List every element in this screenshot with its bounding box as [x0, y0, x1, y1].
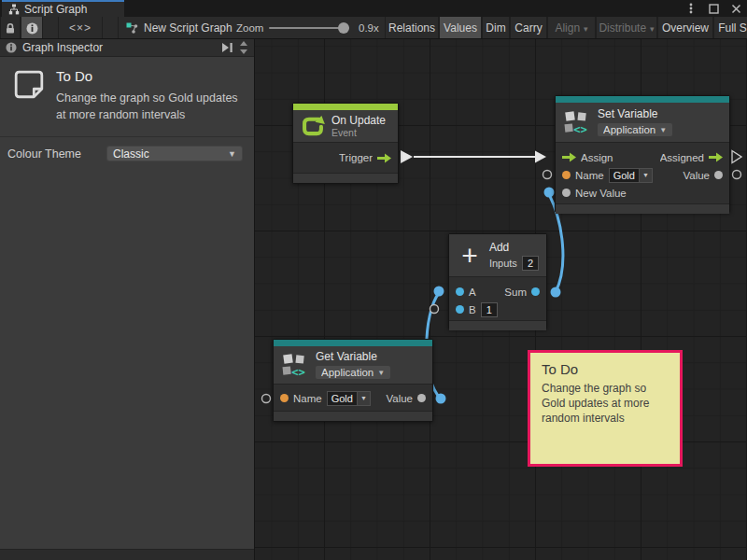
lock-icon[interactable] — [0, 17, 21, 39]
close-icon[interactable] — [730, 2, 741, 15]
sum-port-dot[interactable] — [531, 287, 540, 296]
window-menu-icon[interactable] — [685, 2, 697, 15]
titlebar: Script Graph — [0, 0, 747, 17]
variables-icon: <> — [281, 351, 309, 379]
variable-name-value: Gold — [609, 168, 640, 183]
variable-scope-dropdown[interactable]: Application ▼ — [598, 123, 672, 136]
node-title: Get Variable — [316, 350, 390, 363]
zoom-label: Zoom — [236, 17, 263, 39]
name-port-label: Name — [293, 393, 322, 404]
scroll-spinner-icon[interactable] — [239, 40, 248, 55]
trigger-output-marker — [401, 150, 413, 163]
set-newvalue-port-dot — [544, 188, 555, 198]
scope-label: Application — [321, 367, 374, 378]
new-script-graph-label: New Script Graph — [144, 21, 233, 35]
flow-arrow-icon — [562, 152, 576, 162]
carry-button[interactable]: Carry — [510, 17, 547, 39]
script-graph-window: Script Graph <×> — [0, 0, 747, 560]
scope-label: Application — [603, 124, 655, 135]
graph-inspector-panel: Graph Inspector To Do Change the graph s… — [0, 39, 255, 560]
node-colorbar — [293, 104, 398, 110]
sticky-note[interactable]: To Do Change the graph so Gold updates a… — [528, 350, 683, 467]
flow-arrow-icon — [377, 153, 391, 163]
variables-icon: <> — [563, 108, 591, 136]
sticky-note-body: Change the graph so Gold updates at more… — [542, 381, 654, 427]
graph-inspector-header[interactable]: Graph Inspector — [0, 39, 254, 57]
values-button[interactable]: Values — [439, 17, 482, 39]
dock-icon[interactable] — [221, 42, 233, 53]
node-set-variable[interactable]: <> Set Variable Application ▼ Assign Ass… — [555, 95, 730, 213]
zoom-slider[interactable] — [269, 27, 349, 29]
assigned-port-label: Assigned — [660, 152, 704, 163]
on-update-icon — [301, 114, 325, 138]
set-name-port-circle — [543, 171, 552, 179]
node-subtitle: Event — [331, 127, 386, 138]
inspector-todo-title: To Do — [56, 68, 243, 84]
variable-name-field[interactable]: Gold ▼ — [609, 168, 653, 183]
chevron-down-icon: ▼ — [358, 391, 371, 406]
relations-button[interactable]: Relations — [385, 17, 439, 39]
set-assigned-port-triangle — [732, 151, 741, 163]
graph-inspector-title: Graph Inspector — [22, 41, 103, 54]
graph-canvas[interactable]: On Update Event Trigger — [255, 39, 747, 560]
node-colorbar — [556, 96, 729, 103]
sum-port-label: Sum — [504, 287, 527, 298]
colour-theme-label: Colour Theme — [7, 147, 81, 161]
node-footer — [449, 320, 546, 330]
b-value-field[interactable]: 1 — [481, 302, 498, 317]
add-b-port-circle — [430, 305, 439, 314]
variable-scope-dropdown[interactable]: Application ▼ — [316, 366, 390, 379]
trigger-port-label: Trigger — [339, 152, 373, 163]
a-port-label: A — [469, 287, 476, 298]
node-footer — [274, 411, 432, 421]
new-value-port-label: New Value — [575, 188, 627, 199]
node-title: Add — [489, 241, 539, 254]
add-sum-port-dot — [551, 287, 561, 298]
control-wire-arrowhead — [535, 151, 546, 163]
variable-name-field[interactable]: Gold ▼ — [327, 391, 371, 406]
maximize-icon[interactable] — [708, 2, 719, 15]
colour-theme-select[interactable]: Classic ▼ — [106, 146, 243, 161]
tab-label: Script Graph — [24, 3, 87, 16]
colour-theme-value: Classic — [113, 147, 149, 161]
graph-inspector-toggle-button[interactable] — [21, 17, 43, 39]
inputs-label: Inputs — [489, 258, 517, 269]
graph-tree-icon — [8, 4, 20, 15]
value-port-dot[interactable] — [417, 394, 426, 402]
chevron-down-icon: ▼ — [659, 126, 667, 134]
zoom-slider-handle[interactable] — [338, 22, 349, 34]
b-port-dot[interactable] — [456, 305, 464, 314]
name-port-dot[interactable] — [280, 394, 289, 402]
add-a-port-dot — [434, 287, 444, 297]
node-colorbar — [274, 340, 432, 346]
info-icon — [26, 22, 38, 35]
tab-script-graph[interactable]: Script Graph — [2, 0, 124, 17]
inputs-count-field[interactable]: 2 — [522, 256, 539, 271]
b-port-label: B — [469, 304, 476, 315]
add-icon: + — [457, 244, 483, 268]
new-value-port-dot[interactable] — [562, 189, 571, 197]
value-port-dot[interactable] — [714, 171, 723, 179]
set-value-port-circle — [733, 171, 741, 179]
a-port-dot[interactable] — [456, 287, 464, 296]
overview-button[interactable]: Overview — [657, 17, 713, 39]
new-script-graph-button[interactable]: New Script Graph — [118, 17, 240, 39]
colour-theme-row: Colour Theme Classic ▼ — [0, 137, 254, 170]
node-footer — [556, 203, 729, 214]
node-add[interactable]: + Add Inputs 2 A Sum — [448, 233, 547, 329]
name-port-dot[interactable] — [562, 171, 571, 179]
value-port-label: Value — [683, 170, 710, 181]
code-view-button[interactable]: <×> — [58, 17, 103, 39]
distribute-button[interactable]: Distribute — [596, 17, 657, 39]
zoom-value: 0.9x — [359, 17, 379, 39]
chevron-down-icon: ▼ — [228, 149, 236, 159]
chevron-down-icon: ▼ — [640, 168, 653, 183]
node-footer — [293, 173, 398, 183]
assign-port-label: Assign — [581, 152, 613, 163]
dim-button[interactable]: Dim — [482, 17, 510, 39]
node-on-update[interactable]: On Update Event Trigger — [292, 103, 399, 184]
inspector-todo-body: Change the graph so Gold updates at more… — [56, 90, 243, 123]
node-get-variable[interactable]: <> Get Variable Application ▼ Name Gold — [273, 339, 433, 422]
align-button[interactable]: Align — [547, 17, 596, 39]
fullscreen-button[interactable]: Full S — [713, 17, 747, 39]
